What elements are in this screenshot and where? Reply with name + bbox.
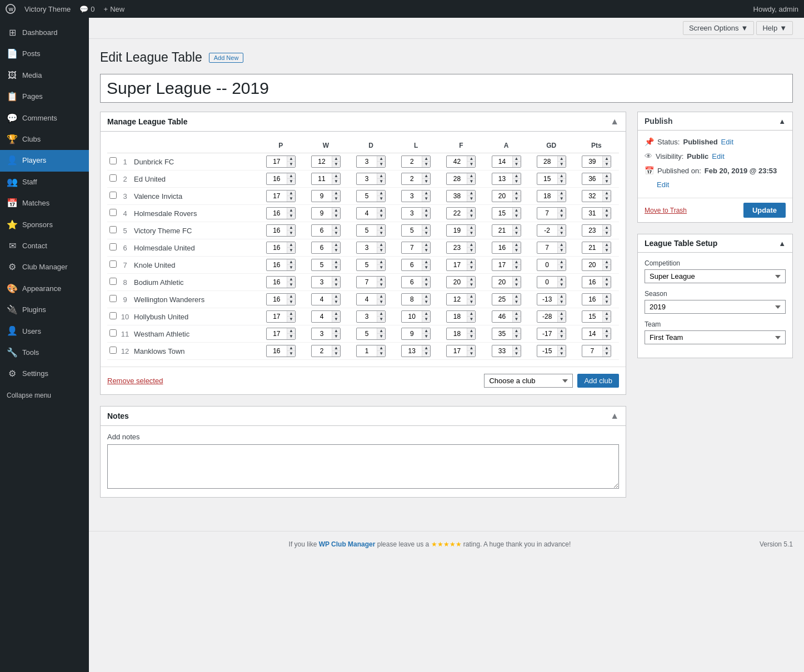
row-checkbox[interactable] <box>109 192 117 199</box>
spinner-up-icon[interactable]: ▲ <box>332 259 340 265</box>
spinner-down-icon[interactable]: ▼ <box>467 317 475 322</box>
gd-input[interactable] <box>537 157 557 167</box>
spinner-down-icon[interactable]: ▼ <box>422 282 430 288</box>
spinner-down-icon[interactable]: ▼ <box>558 334 566 339</box>
spinner-up-icon[interactable]: ▲ <box>603 345 611 351</box>
spinner-up-icon[interactable]: ▲ <box>377 156 385 162</box>
spinner-up-icon[interactable]: ▲ <box>332 328 340 334</box>
setup-header[interactable]: League Table Setup ▲ <box>638 234 792 253</box>
spinner-up-icon[interactable]: ▲ <box>377 190 385 196</box>
p-input[interactable] <box>267 312 287 322</box>
comments-icon[interactable]: 💬 0 <box>79 5 94 13</box>
spinner-up-icon[interactable]: ▲ <box>422 190 430 196</box>
d-input[interactable] <box>357 329 377 339</box>
spinner-down-icon[interactable]: ▼ <box>377 265 385 270</box>
l-input[interactable] <box>402 157 422 167</box>
spinner-up-icon[interactable]: ▲ <box>603 225 611 230</box>
spinner-up-icon[interactable]: ▲ <box>287 277 295 282</box>
spinner-down-icon[interactable]: ▼ <box>603 196 611 202</box>
spinner-down-icon[interactable]: ▼ <box>287 230 295 236</box>
pts-input[interactable] <box>582 157 602 167</box>
spinner-down-icon[interactable]: ▼ <box>467 213 475 219</box>
f-input[interactable] <box>447 277 467 287</box>
spinner-down-icon[interactable]: ▼ <box>422 299 430 305</box>
spinner-down-icon[interactable]: ▼ <box>603 213 611 219</box>
row-checkbox[interactable] <box>109 312 117 319</box>
sidebar-item-sponsors[interactable]: ⭐ Sponsors <box>0 214 89 235</box>
pts-input[interactable] <box>582 260 602 270</box>
pts-input[interactable] <box>582 191 602 201</box>
d-input[interactable] <box>357 208 377 218</box>
spinner-down-icon[interactable]: ▼ <box>467 196 475 202</box>
update-button[interactable]: Update <box>743 203 786 218</box>
spinner-down-icon[interactable]: ▼ <box>558 282 566 288</box>
spinner-down-icon[interactable]: ▼ <box>603 162 611 167</box>
d-input[interactable] <box>357 225 377 235</box>
spinner-up-icon[interactable]: ▲ <box>513 156 521 162</box>
pts-input[interactable] <box>582 329 602 339</box>
spinner-up-icon[interactable]: ▲ <box>467 242 475 248</box>
screen-options-button[interactable]: Screen Options ▼ <box>683 21 754 35</box>
spinner-up-icon[interactable]: ▲ <box>287 208 295 213</box>
d-input[interactable] <box>357 157 377 167</box>
spinner-up-icon[interactable]: ▲ <box>558 208 566 213</box>
spinner-down-icon[interactable]: ▼ <box>287 334 295 339</box>
spinner-up-icon[interactable]: ▲ <box>603 311 611 317</box>
row-checkbox[interactable] <box>109 226 117 233</box>
spinner-up-icon[interactable]: ▲ <box>603 328 611 334</box>
w-input[interactable] <box>312 329 332 339</box>
w-input[interactable] <box>312 225 332 235</box>
spinner-down-icon[interactable]: ▼ <box>422 265 430 270</box>
a-input[interactable] <box>492 312 512 322</box>
spinner-up-icon[interactable]: ▲ <box>603 259 611 265</box>
spinner-down-icon[interactable]: ▼ <box>422 317 430 322</box>
row-checkbox[interactable] <box>109 278 117 285</box>
p-input[interactable] <box>267 346 287 356</box>
p-input[interactable] <box>267 243 287 253</box>
gd-input[interactable] <box>537 191 557 201</box>
spinner-down-icon[interactable]: ▼ <box>467 179 475 184</box>
spinner-up-icon[interactable]: ▲ <box>603 242 611 248</box>
spinner-up-icon[interactable]: ▲ <box>513 328 521 334</box>
row-checkbox[interactable] <box>109 295 117 302</box>
spinner-up-icon[interactable]: ▲ <box>377 328 385 334</box>
spinner-down-icon[interactable]: ▼ <box>287 351 295 357</box>
spinner-up-icon[interactable]: ▲ <box>422 208 430 213</box>
d-input[interactable] <box>357 191 377 201</box>
gd-input[interactable] <box>537 243 557 253</box>
w-input[interactable] <box>312 174 332 184</box>
spinner-down-icon[interactable]: ▼ <box>558 351 566 357</box>
spinner-up-icon[interactable]: ▲ <box>467 156 475 162</box>
spinner-down-icon[interactable]: ▼ <box>332 230 340 236</box>
sidebar-item-media[interactable]: 🖼 Media <box>0 65 89 86</box>
site-name[interactable]: Victory Theme <box>24 5 71 13</box>
add-new-button[interactable]: Add New <box>209 53 244 63</box>
p-input[interactable] <box>267 277 287 287</box>
f-input[interactable] <box>447 294 467 304</box>
published-on-edit-link[interactable]: Edit <box>657 180 669 189</box>
p-input[interactable] <box>267 174 287 184</box>
spinner-down-icon[interactable]: ▼ <box>558 179 566 184</box>
gd-input[interactable] <box>537 225 557 235</box>
spinner-down-icon[interactable]: ▼ <box>287 265 295 270</box>
spinner-up-icon[interactable]: ▲ <box>467 328 475 334</box>
row-checkbox[interactable] <box>109 243 117 250</box>
l-input[interactable] <box>402 260 422 270</box>
spinner-up-icon[interactable]: ▲ <box>513 225 521 230</box>
spinner-up-icon[interactable]: ▲ <box>467 345 475 351</box>
a-input[interactable] <box>492 191 512 201</box>
spinner-down-icon[interactable]: ▼ <box>422 179 430 184</box>
p-input[interactable] <box>267 294 287 304</box>
l-input[interactable] <box>402 329 422 339</box>
manage-league-table-header[interactable]: Manage League Table ▲ <box>101 112 626 132</box>
spinner-down-icon[interactable]: ▼ <box>513 179 521 184</box>
notes-header[interactable]: Notes ▲ <box>101 407 626 426</box>
sidebar-item-dashboard[interactable]: ⊞ Dashboard <box>0 22 89 43</box>
spinner-up-icon[interactable]: ▲ <box>287 156 295 162</box>
help-button[interactable]: Help ▼ <box>756 21 793 35</box>
spinner-down-icon[interactable]: ▼ <box>513 162 521 167</box>
f-input[interactable] <box>447 329 467 339</box>
sidebar-item-matches[interactable]: 📅 Matches <box>0 193 89 214</box>
w-input[interactable] <box>312 277 332 287</box>
spinner-down-icon[interactable]: ▼ <box>558 162 566 167</box>
